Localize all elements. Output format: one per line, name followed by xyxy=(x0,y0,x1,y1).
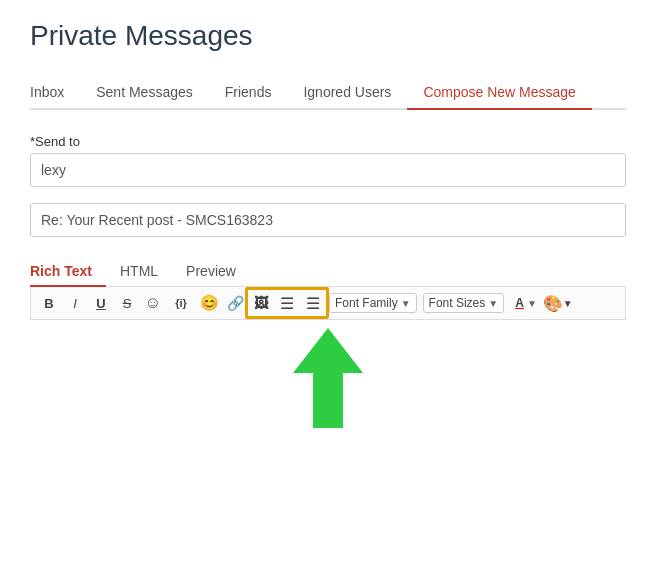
editor-tab-preview[interactable]: Preview xyxy=(172,257,250,287)
italic-button[interactable]: I xyxy=(63,291,87,315)
send-to-section: *Send to lexy xyxy=(30,134,626,187)
send-to-label: *Send to xyxy=(30,134,626,149)
tab-ignored[interactable]: Ignored Users xyxy=(287,76,407,110)
image-button[interactable]: 🖼 xyxy=(249,291,273,315)
link-button[interactable]: 🔗 xyxy=(223,291,247,315)
font-family-dropdown[interactable]: Font Family ▼ xyxy=(329,293,417,313)
font-family-arrow-icon: ▼ xyxy=(401,298,411,309)
unordered-list-button[interactable]: ☰ xyxy=(301,291,325,315)
editor-tab-rich[interactable]: Rich Text xyxy=(30,257,106,287)
bold-button[interactable]: B xyxy=(37,291,61,315)
emoji-button[interactable]: 😊 xyxy=(197,291,221,315)
strikethrough-button[interactable]: S xyxy=(115,291,139,315)
smileys-button[interactable]: ☺ xyxy=(141,291,165,315)
tab-inbox[interactable]: Inbox xyxy=(30,76,80,110)
send-to-input[interactable]: lexy xyxy=(30,153,626,187)
subject-input[interactable]: Re: Your Recent post - SMCS163823 xyxy=(30,203,626,237)
more-options-button[interactable]: 🎨 ▼ xyxy=(546,291,570,315)
editor-tabs: Rich Text HTML Preview xyxy=(30,257,626,287)
font-sizes-arrow-icon: ▼ xyxy=(488,298,498,309)
svg-marker-0 xyxy=(293,328,363,428)
editor-toolbar: B I U S ☺ {i} 😊 🔗 🖼 ☰ ☰ Font Family ▼ Fo… xyxy=(30,287,626,320)
font-color-arrow-icon: ▼ xyxy=(527,298,537,309)
more-options-arrow-icon: ▼ xyxy=(563,298,573,309)
editor-section: Rich Text HTML Preview B I U S ☺ {i} 😊 🔗… xyxy=(30,257,626,428)
code-button[interactable]: {i} xyxy=(167,291,195,315)
arrow-annotation xyxy=(30,328,626,428)
page-title: Private Messages xyxy=(30,20,626,52)
green-up-arrow-svg xyxy=(288,328,368,428)
subject-section: Re: Your Recent post - SMCS163823 xyxy=(30,203,626,237)
tab-sent[interactable]: Sent Messages xyxy=(80,76,209,110)
more-options-icon: 🎨 xyxy=(543,294,563,313)
tab-friends[interactable]: Friends xyxy=(209,76,288,110)
font-sizes-dropdown[interactable]: Font Sizes ▼ xyxy=(423,293,505,313)
editor-tab-html[interactable]: HTML xyxy=(106,257,172,287)
nav-tabs: Inbox Sent Messages Friends Ignored User… xyxy=(30,76,626,110)
font-color-label: A xyxy=(515,296,524,310)
font-color-dropdown[interactable]: A ▼ xyxy=(510,294,542,312)
underline-button[interactable]: U xyxy=(89,291,113,315)
tab-compose[interactable]: Compose New Message xyxy=(407,76,592,110)
ordered-list-button[interactable]: ☰ xyxy=(275,291,299,315)
highlighted-toolbar-group: 🖼 ☰ ☰ xyxy=(249,291,325,315)
required-star: * xyxy=(30,134,35,149)
